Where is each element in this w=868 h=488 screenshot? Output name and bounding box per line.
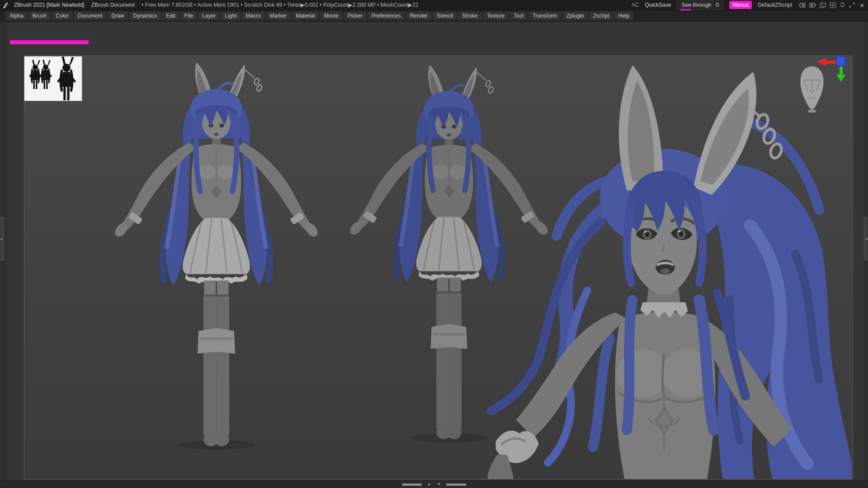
default-zscript-button[interactable]: DefaultZScript <box>758 2 792 8</box>
copy-document-icon[interactable] <box>820 2 826 8</box>
sculpt-canvas-art <box>24 56 853 479</box>
menu-item-material[interactable]: Material <box>292 11 319 20</box>
right-tray-handle[interactable]: ◂ <box>864 217 868 260</box>
menu-item-stencil[interactable]: Stencil <box>433 11 457 20</box>
menus-toggle-button[interactable]: Menus <box>729 1 752 9</box>
see-through-slider[interactable]: See-through 0 <box>677 0 723 10</box>
reference-thumbnail[interactable] <box>24 56 82 101</box>
see-through-label: See-through <box>681 2 711 8</box>
scroll-up-icon[interactable]: ▲ <box>426 483 432 486</box>
menu-item-layer[interactable]: Layer <box>198 11 220 20</box>
zbrush-logo-icon <box>3 1 10 9</box>
magenta-tray-divider[interactable] <box>10 40 89 44</box>
menu-item-edit[interactable]: Edit <box>162 11 179 20</box>
document-layout-icon[interactable] <box>830 2 836 8</box>
sculpt-view-left <box>113 62 320 450</box>
reference-silhouettes <box>24 56 82 101</box>
menu-item-render[interactable]: Render <box>406 11 432 20</box>
scroll-palettes-left-icon[interactable] <box>799 2 806 8</box>
right-tray-arrow-icon: ◂ <box>865 237 867 241</box>
menu-item-zplugin[interactable]: Zplugin <box>562 11 588 20</box>
left-tray-arrow-icon: ▸ <box>1 237 3 241</box>
sculpt-document-canvas[interactable] <box>24 56 853 479</box>
menu-item-file[interactable]: File <box>180 11 197 20</box>
preview-head-icon[interactable] <box>798 65 826 114</box>
bottom-scroll-bar: ▲ ▼ <box>0 480 868 488</box>
menu-item-brush[interactable]: Brush <box>28 11 51 20</box>
menu-item-preferences[interactable]: Preferences <box>368 11 405 20</box>
menu-item-dynamics[interactable]: Dynamics <box>129 11 161 20</box>
document-title: ZBrush Document <box>91 2 135 8</box>
menu-item-document[interactable]: Document <box>74 11 107 20</box>
menu-item-alpha[interactable]: Alpha <box>5 11 28 20</box>
app-title: ZBrush 2021 [Mark Newbold] <box>14 2 84 8</box>
sculpt-view-closeup <box>488 65 852 479</box>
quicksave-button[interactable]: QuickSave <box>645 2 671 8</box>
close-window-icon[interactable]: × <box>859 2 865 9</box>
menu-item-draw[interactable]: Draw <box>107 11 128 20</box>
memory-stats: • Free Mem 7.802GB • Active Mem 1901 • S… <box>142 2 418 8</box>
menu-item-stroke[interactable]: Stroke <box>458 11 482 20</box>
scroll-track-left[interactable] <box>402 483 422 486</box>
title-bar: ZBrush 2021 [Mark Newbold] ZBrush Docume… <box>0 0 868 10</box>
restore-window-icon[interactable] <box>849 2 855 8</box>
scroll-down-icon[interactable]: ▼ <box>436 483 442 486</box>
ac-button[interactable]: AC <box>632 2 639 8</box>
menu-item-marker[interactable]: Marker <box>266 11 291 20</box>
left-tray-handle[interactable]: ▸ <box>0 217 4 260</box>
menu-item-transform[interactable]: Transform <box>528 11 561 20</box>
viewport-region: ▸ ◂ <box>0 22 868 480</box>
menu-item-tool[interactable]: Tool <box>509 11 528 20</box>
see-through-value: 0 <box>716 2 719 8</box>
minimize-window-icon[interactable] <box>840 2 845 8</box>
menu-bar: Alpha Brush Color Document Draw Dynamics… <box>0 10 868 22</box>
menu-item-light[interactable]: Light <box>221 11 241 20</box>
scroll-track-right[interactable] <box>446 483 466 486</box>
menu-item-color[interactable]: Color <box>52 11 73 20</box>
menu-item-zscript[interactable]: Zscript <box>589 11 613 20</box>
menu-item-macro[interactable]: Macro <box>241 11 264 20</box>
scroll-palettes-right-icon[interactable] <box>809 2 816 8</box>
menu-item-picker[interactable]: Picker <box>344 11 367 20</box>
menu-item-movie[interactable]: Movie <box>320 11 343 20</box>
menu-item-texture[interactable]: Texture <box>483 11 509 20</box>
menu-item-help[interactable]: Help <box>614 11 634 20</box>
